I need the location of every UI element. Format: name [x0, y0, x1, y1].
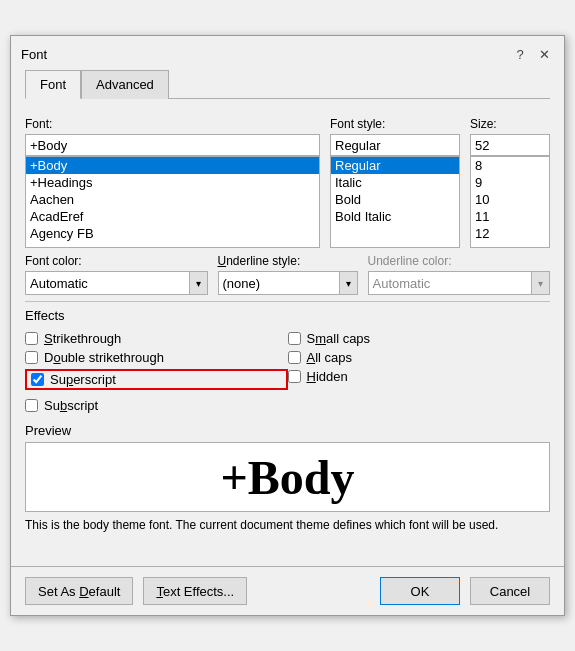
ok-button[interactable]: OK	[380, 577, 460, 605]
divider	[25, 301, 550, 302]
font-style-list[interactable]: Regular Italic Bold Bold Italic	[331, 157, 459, 247]
underline-color-dropdown[interactable]: Automatic ▾	[368, 271, 551, 295]
superscript-row: Superscript	[25, 369, 288, 390]
strikethrough-row: Strikethrough	[25, 331, 288, 346]
font-style-label: Font style:	[330, 117, 460, 131]
footer-left: Set As Default Text Effects...	[25, 577, 247, 605]
small-caps-checkbox[interactable]	[288, 332, 301, 345]
text-effects-button[interactable]: Text Effects...	[143, 577, 247, 605]
text-effects-label: Text Effects...	[156, 584, 234, 599]
font-color-arrow: ▾	[189, 272, 207, 294]
preview-box: +Body	[25, 442, 550, 512]
strikethrough-checkbox[interactable]	[25, 332, 38, 345]
tab-bar: Font Advanced	[25, 70, 550, 99]
underline-style-dropdown[interactable]: (none) ▾	[218, 271, 358, 295]
list-item[interactable]: Bold	[331, 191, 459, 208]
list-item[interactable]: 10	[471, 191, 549, 208]
preview-text: +Body	[220, 450, 354, 505]
subscript-checkbox[interactable]	[25, 399, 38, 412]
double-strikethrough-checkbox[interactable]	[25, 351, 38, 364]
close-button[interactable]: ✕	[534, 44, 554, 64]
font-size-input[interactable]	[470, 134, 550, 156]
dialog-footer: Set As Default Text Effects... OK Cancel	[11, 566, 564, 615]
underline-color-value: Automatic	[373, 276, 431, 291]
preview-note: This is the body theme font. The current…	[25, 518, 550, 532]
preview-section: Preview +Body This is the body theme fon…	[25, 423, 550, 532]
hidden-row: Hidden	[288, 369, 551, 384]
font-size-list[interactable]: 8 9 10 11 12	[471, 157, 549, 247]
title-bar-left: Font	[21, 47, 47, 62]
list-item[interactable]: +Body	[26, 157, 319, 174]
hidden-label: Hidden	[307, 369, 348, 384]
help-button[interactable]: ?	[510, 44, 530, 64]
title-bar: Font ? ✕	[11, 36, 564, 70]
list-item[interactable]: 11	[471, 208, 549, 225]
font-name-input[interactable]	[25, 134, 320, 156]
list-item[interactable]: 12	[471, 225, 549, 242]
underline-style-value: (none)	[223, 276, 261, 291]
list-item[interactable]: Regular	[331, 157, 459, 174]
font-name-label: Font:	[25, 117, 320, 131]
font-style-group: Font style: Regular Italic Bold Bold Ita…	[330, 117, 460, 248]
hidden-checkbox[interactable]	[288, 370, 301, 383]
strikethrough-label: Strikethrough	[44, 331, 121, 346]
double-strikethrough-row: Double strikethrough	[25, 350, 288, 365]
underline-style-group: Underline style: (none) ▾	[218, 254, 358, 295]
tab-advanced[interactable]: Advanced	[81, 70, 169, 99]
effects-grid: Strikethrough Double strikethrough Super…	[25, 331, 550, 413]
small-caps-row: Small caps	[288, 331, 551, 346]
double-strikethrough-label: Double strikethrough	[44, 350, 164, 365]
all-caps-label: All caps	[307, 350, 353, 365]
underline-style-arrow: ▾	[339, 272, 357, 294]
ok-label: OK	[411, 584, 430, 599]
superscript-label: Superscript	[50, 372, 116, 387]
small-caps-label: Small caps	[307, 331, 371, 346]
font-name-list[interactable]: +Body +Headings Aachen AcadEref Agency F…	[26, 157, 319, 247]
preview-label: Preview	[25, 423, 550, 438]
list-item[interactable]: AcadEref	[26, 208, 319, 225]
color-row: Font color: Automatic ▾ Underline style:…	[25, 254, 550, 295]
list-item[interactable]: Bold Italic	[331, 208, 459, 225]
underline-style-label-text: Underline style:	[218, 254, 301, 268]
underline-color-group: Underline color: Automatic ▾	[368, 254, 551, 295]
dialog-body: Font Advanced Font: +Body +Headings Aach…	[11, 70, 564, 562]
set-as-default-label: Set As Default	[38, 584, 120, 599]
font-color-value: Automatic	[30, 276, 88, 291]
font-size-group: Size: 8 9 10 11 12	[470, 117, 550, 248]
font-style-input[interactable]	[330, 134, 460, 156]
underline-style-label: Underline style:	[218, 254, 358, 268]
underline-color-arrow: ▾	[531, 272, 549, 294]
tab-content-font: Font: +Body +Headings Aachen AcadEref Ag…	[25, 109, 550, 548]
effects-left-col: Strikethrough Double strikethrough Super…	[25, 331, 288, 413]
effects-right-col: Small caps All caps Hidden	[288, 331, 551, 413]
all-caps-checkbox[interactable]	[288, 351, 301, 364]
list-item[interactable]: Agency FB	[26, 225, 319, 242]
footer-right: OK Cancel	[380, 577, 550, 605]
font-size-label: Size:	[470, 117, 550, 131]
font-dialog: Font ? ✕ Font Advanced Font: +Body	[10, 35, 565, 616]
font-color-dropdown[interactable]: Automatic ▾	[25, 271, 208, 295]
set-as-default-button[interactable]: Set As Default	[25, 577, 133, 605]
tab-font[interactable]: Font	[25, 70, 81, 99]
font-size-list-container: 8 9 10 11 12	[470, 156, 550, 248]
subscript-label: Subscript	[44, 398, 98, 413]
list-item[interactable]: 9	[471, 174, 549, 191]
font-color-group: Font color: Automatic ▾	[25, 254, 208, 295]
font-name-list-container: +Body +Headings Aachen AcadEref Agency F…	[25, 156, 320, 248]
list-item[interactable]: Italic	[331, 174, 459, 191]
all-caps-row: All caps	[288, 350, 551, 365]
list-item[interactable]: Aachen	[26, 191, 319, 208]
font-name-group: Font: +Body +Headings Aachen AcadEref Ag…	[25, 117, 320, 248]
list-item[interactable]: 8	[471, 157, 549, 174]
subscript-row: Subscript	[25, 398, 288, 413]
list-item[interactable]: +Headings	[26, 174, 319, 191]
cancel-label: Cancel	[490, 584, 530, 599]
effects-title: Effects	[25, 308, 550, 323]
dialog-title: Font	[21, 47, 47, 62]
cancel-button[interactable]: Cancel	[470, 577, 550, 605]
superscript-checkbox[interactable]	[31, 373, 44, 386]
underline-color-label: Underline color:	[368, 254, 551, 268]
title-bar-buttons: ? ✕	[510, 44, 554, 64]
font-fields-row: Font: +Body +Headings Aachen AcadEref Ag…	[25, 117, 550, 248]
font-style-list-container: Regular Italic Bold Bold Italic	[330, 156, 460, 248]
